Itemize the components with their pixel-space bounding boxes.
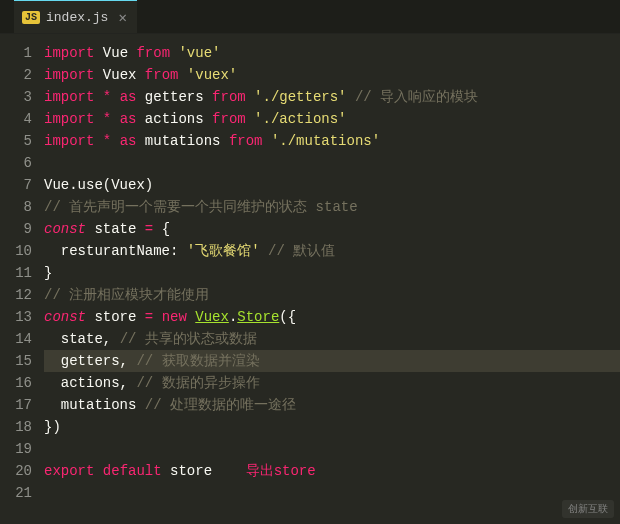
code-line[interactable]: import * as actions from './actions'	[44, 108, 620, 130]
code-token: // 共享的状态或数据	[120, 331, 257, 347]
code-line[interactable]	[44, 482, 620, 504]
code-line[interactable]: // 首先声明一个需要一个共同维护的状态 state	[44, 196, 620, 218]
code-token: // 数据的异步操作	[136, 375, 259, 391]
line-number: 21	[0, 482, 32, 504]
code-token: actions	[136, 111, 212, 127]
code-token	[94, 133, 102, 149]
code-token: './mutations'	[271, 133, 380, 149]
code-token: Vue.use(Vuex)	[44, 177, 153, 193]
code-token: getters	[136, 89, 212, 105]
code-token: import	[44, 67, 94, 83]
code-line[interactable]: getters, // 获取数据并渲染	[44, 350, 620, 372]
code-token: *	[103, 89, 111, 105]
code-line[interactable]	[44, 438, 620, 460]
code-token: './getters'	[254, 89, 346, 105]
code-token	[94, 463, 102, 479]
code-editor[interactable]: 123456789101112131415161718192021 import…	[0, 34, 620, 524]
code-token	[153, 309, 161, 325]
code-token: import	[44, 45, 94, 61]
code-line[interactable]: Vue.use(Vuex)	[44, 174, 620, 196]
code-token: state,	[44, 331, 120, 347]
code-token: =	[145, 221, 153, 237]
code-line[interactable]: import Vuex from 'vuex'	[44, 64, 620, 86]
line-number: 4	[0, 108, 32, 130]
code-line[interactable]: mutations // 处理数据的唯一途径	[44, 394, 620, 416]
code-line[interactable]: // 注册相应模块才能使用	[44, 284, 620, 306]
code-line[interactable]: })	[44, 416, 620, 438]
code-token: as	[120, 111, 137, 127]
code-token: // 注册相应模块才能使用	[44, 287, 209, 303]
code-line[interactable]: state, // 共享的状态或数据	[44, 328, 620, 350]
code-token: Vuex	[195, 309, 229, 325]
code-token: Vuex	[94, 67, 144, 83]
code-token: })	[44, 419, 61, 435]
line-number: 16	[0, 372, 32, 394]
code-token	[111, 133, 119, 149]
code-token: from	[136, 45, 170, 61]
code-token: 'vuex'	[187, 67, 237, 83]
code-token	[178, 67, 186, 83]
line-number: 18	[0, 416, 32, 438]
close-icon[interactable]: ✕	[118, 9, 126, 26]
code-token	[347, 89, 355, 105]
line-number: 1	[0, 42, 32, 64]
code-token: {	[153, 221, 170, 237]
code-token: Vue	[94, 45, 136, 61]
code-line[interactable]	[44, 152, 620, 174]
code-line[interactable]: resturantName: '飞歌餐馆' // 默认值	[44, 240, 620, 262]
line-number: 20	[0, 460, 32, 482]
code-token	[94, 89, 102, 105]
code-line[interactable]: actions, // 数据的异步操作	[44, 372, 620, 394]
code-token: from	[145, 67, 179, 83]
line-number: 13	[0, 306, 32, 328]
file-tab-indexjs[interactable]: JS index.js ✕	[14, 0, 137, 33]
code-token: as	[120, 133, 137, 149]
tab-filename: index.js	[46, 10, 108, 25]
code-line[interactable]: import * as mutations from './mutations'	[44, 130, 620, 152]
code-token: import	[44, 89, 94, 105]
code-token: // 默认值	[268, 243, 335, 259]
code-token: export	[44, 463, 94, 479]
code-token	[246, 111, 254, 127]
code-token	[111, 111, 119, 127]
code-token: state	[86, 221, 145, 237]
code-token: // 获取数据并渲染	[136, 353, 259, 369]
code-token	[260, 243, 268, 259]
tab-bar: JS index.js ✕	[0, 0, 620, 34]
code-token: 'vue'	[178, 45, 220, 61]
code-token	[187, 309, 195, 325]
line-number: 12	[0, 284, 32, 306]
code-token: resturantName:	[44, 243, 187, 259]
code-token: from	[212, 111, 246, 127]
line-number: 10	[0, 240, 32, 262]
line-number: 5	[0, 130, 32, 152]
code-token: from	[229, 133, 263, 149]
code-line[interactable]: import Vue from 'vue'	[44, 42, 620, 64]
code-token: const	[44, 309, 86, 325]
code-line[interactable]: const store = new Vuex.Store({	[44, 306, 620, 328]
code-line[interactable]: import * as getters from './getters' // …	[44, 86, 620, 108]
line-number: 11	[0, 262, 32, 284]
code-token: 导出store	[246, 463, 316, 479]
code-token: // 导入响应的模块	[355, 89, 478, 105]
line-number-gutter: 123456789101112131415161718192021	[0, 34, 44, 524]
code-line[interactable]: export default store 导出store	[44, 460, 620, 482]
code-token: Store	[237, 309, 279, 325]
code-token: =	[145, 309, 153, 325]
line-number: 3	[0, 86, 32, 108]
code-content[interactable]: import Vue from 'vue'import Vuex from 'v…	[44, 34, 620, 524]
code-token: './actions'	[254, 111, 346, 127]
code-token: // 首先声明一个需要一个共同维护的状态 state	[44, 199, 358, 215]
code-token: }	[44, 265, 52, 281]
line-number: 9	[0, 218, 32, 240]
code-token	[94, 111, 102, 127]
code-token: *	[103, 111, 111, 127]
line-number: 17	[0, 394, 32, 416]
code-token: import	[44, 133, 94, 149]
code-token: const	[44, 221, 86, 237]
code-line[interactable]: }	[44, 262, 620, 284]
code-token	[111, 89, 119, 105]
code-token: mutations	[44, 397, 145, 413]
code-line[interactable]: const state = {	[44, 218, 620, 240]
code-token: store	[86, 309, 145, 325]
